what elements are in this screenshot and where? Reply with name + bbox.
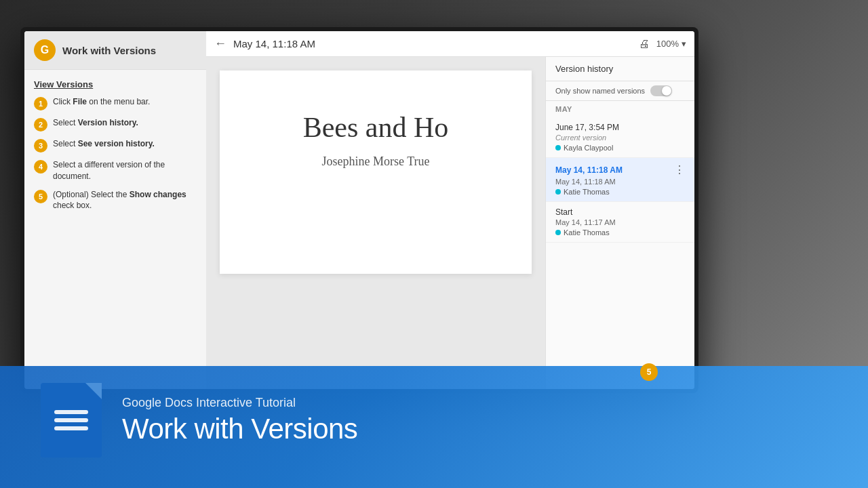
author-dot-1 — [555, 145, 561, 150]
named-versions-toggle[interactable] — [650, 85, 672, 96]
view-versions-heading: View Versions — [34, 79, 197, 89]
step-text-4: Select a different version of the docume… — [53, 159, 197, 182]
doc-date: May 14, 11:18 AM — [233, 38, 632, 49]
docs-content-area: Bees and Ho Josephine Morse True Version… — [206, 57, 694, 389]
version-date-1: June 17, 3:54 PM — [555, 123, 685, 132]
version-author-2: Katie Thomas — [555, 188, 685, 196]
step-text-2: Select Version history. — [53, 117, 138, 129]
bottom-content: Google Docs Interactive Tutorial Work wi… — [0, 383, 868, 458]
docs-main: ← May 14, 11:18 AM 🖨 100% ▾ Bees and Ho … — [206, 31, 694, 389]
version-month: MAY — [546, 101, 694, 117]
version-author-3: Katie Thomas — [555, 228, 685, 237]
version-item-1[interactable]: June 17, 3:54 PM Current version Kayla C… — [546, 117, 694, 158]
version-item-2[interactable]: May 14, 11:18 AM ⋮ May 14, 11:18 AM Kati… — [546, 158, 694, 202]
version-item-3[interactable]: Start May 14, 11:17 AM Katie Thomas — [546, 202, 694, 243]
more-options-button-2[interactable]: ⋮ — [674, 163, 685, 176]
g-logo: G — [34, 39, 56, 61]
version-date-3: Start — [555, 207, 685, 217]
doc-title: Bees and Ho — [247, 111, 505, 144]
step-number-4: 4 — [34, 160, 47, 174]
sidebar-content: View Versions 1 Click File on the menu b… — [24, 70, 206, 389]
version-date-2: May 14, 11:18 AM — [555, 165, 623, 175]
version-sub-date-3: May 14, 11:17 AM — [555, 218, 685, 226]
docs-icon-lines — [43, 399, 99, 441]
bottom-overlay: Google Docs Interactive Tutorial Work wi… — [0, 352, 868, 488]
version-item-2-header: May 14, 11:18 AM ⋮ — [555, 163, 685, 176]
step-3: 3 Select See version history. — [34, 138, 197, 152]
toggle-knob — [662, 86, 671, 96]
filter-label: Only show named versions — [555, 87, 645, 95]
step-number-5: 5 — [34, 190, 47, 203]
docs-line-1 — [54, 410, 88, 414]
version-panel-title: Version history — [555, 64, 613, 74]
tutorial-sidebar: G Work with Versions View Versions 1 Cli… — [24, 31, 206, 389]
doc-paper: Bees and Ho Josephine Morse True — [220, 70, 532, 274]
version-filter: Only show named versions — [546, 81, 694, 101]
print-icon[interactable]: 🖨 — [639, 38, 650, 50]
step-number-1: 1 — [34, 97, 47, 110]
zoom-dropdown-icon: ▾ — [682, 39, 686, 49]
sidebar-header: G Work with Versions — [24, 31, 206, 70]
docs-line-3 — [54, 426, 88, 430]
step-text-3: Select See version history. — [53, 138, 155, 150]
laptop-screen: G Work with Versions View Versions 1 Cli… — [20, 27, 698, 393]
version-panel-header: Version history — [546, 57, 694, 81]
step-number-3: 3 — [34, 139, 47, 152]
bottom-subtitle: Google Docs Interactive Tutorial — [122, 396, 357, 410]
doc-author: Josephine Morse True — [247, 155, 505, 169]
step-1: 1 Click File on the menu bar. — [34, 96, 197, 110]
step-2: 2 Select Version history. — [34, 117, 197, 131]
author-dot-3 — [555, 230, 561, 235]
version-author-1: Kayla Claypool — [555, 144, 685, 152]
step-5: 5 (Optional) Select the Show changes che… — [34, 189, 197, 212]
bottom-main-title: Work with Versions — [122, 413, 357, 445]
step-4: 4 Select a different version of the docu… — [34, 159, 197, 182]
step-number-2: 2 — [34, 118, 47, 131]
version-sub-date-2: May 14, 11:18 AM — [555, 178, 685, 186]
step-text-5: (Optional) Select the Show changes check… — [53, 189, 197, 212]
zoom-control[interactable]: 100% ▾ — [656, 39, 686, 49]
docs-line-2 — [54, 418, 88, 422]
zoom-level: 100% — [656, 39, 679, 49]
version-history-panel: Version history Only show named versions… — [545, 57, 694, 389]
step-badge: 5 — [640, 363, 658, 381]
doc-page: Bees and Ho Josephine Morse True — [206, 57, 545, 389]
step-text-1: Click File on the menu bar. — [53, 96, 150, 108]
version-current-label-1: Current version — [555, 134, 685, 142]
docs-toolbar: ← May 14, 11:18 AM 🖨 100% ▾ — [206, 31, 694, 57]
sidebar-title: Work with Versions — [62, 45, 156, 56]
back-button[interactable]: ← — [214, 37, 226, 51]
author-dot-2 — [555, 189, 561, 195]
docs-icon-large — [41, 383, 102, 458]
bottom-text: Google Docs Interactive Tutorial Work wi… — [122, 396, 357, 445]
